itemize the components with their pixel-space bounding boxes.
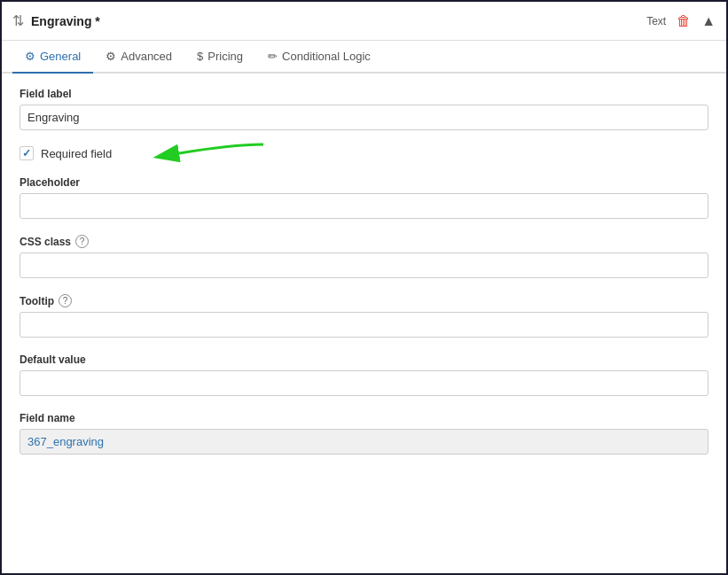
tab-conditional-logic[interactable]: ✏ Conditional Logic	[255, 41, 383, 74]
tab-conditional-label: Conditional Logic	[282, 50, 371, 63]
conditional-tab-icon: ✏	[268, 50, 278, 63]
field-label-group: Field label	[20, 88, 708, 130]
header-right: Text 🗑 ▲	[646, 13, 716, 29]
css-class-input[interactable]	[20, 253, 708, 278]
placeholder-label: Placeholder	[20, 176, 708, 189]
tooltip-label: Tooltip	[20, 295, 54, 307]
css-class-group: CSS class ?	[20, 235, 708, 278]
field-label-label: Field label	[20, 88, 708, 100]
tabs-bar: ⚙ General ⚙ Advanced $ Pricing ✏ Conditi…	[2, 41, 726, 74]
tab-pricing[interactable]: $ Pricing	[184, 41, 255, 74]
checkmark-icon: ✓	[22, 147, 31, 159]
field-type-label: Text	[646, 15, 666, 27]
app-container: ⇅ Engraving * Text 🗑 ▲ ⚙ General ⚙ Advan…	[0, 0, 728, 575]
field-label-input[interactable]	[20, 105, 708, 130]
css-class-label: CSS class	[20, 236, 71, 248]
tab-advanced-label: Advanced	[121, 50, 172, 63]
required-field-row: ✓ Required field	[20, 146, 708, 160]
tab-general-label: General	[40, 50, 81, 63]
field-title: Engraving *	[31, 14, 100, 28]
advanced-tab-icon: ⚙	[106, 50, 116, 63]
field-name-label: Field name	[20, 412, 708, 424]
tab-general[interactable]: ⚙ General	[12, 41, 93, 74]
placeholder-group: Placeholder	[20, 176, 708, 219]
header-bar: ⇅ Engraving * Text 🗑 ▲	[2, 2, 726, 41]
collapse-icon[interactable]: ▲	[701, 13, 716, 29]
tab-pricing-label: Pricing	[207, 50, 243, 63]
green-arrow-annotation	[90, 137, 268, 169]
tooltip-input[interactable]	[20, 312, 708, 338]
css-class-help-icon[interactable]: ?	[75, 235, 89, 248]
pricing-tab-icon: $	[197, 50, 203, 63]
css-class-label-row: CSS class ?	[20, 235, 708, 248]
sort-icon[interactable]: ⇅	[12, 12, 24, 29]
placeholder-input[interactable]	[20, 193, 708, 219]
tooltip-help-icon[interactable]: ?	[59, 294, 72, 307]
field-name-group: Field name	[20, 412, 708, 455]
header-left: ⇅ Engraving *	[12, 12, 100, 29]
content-area: Field label ✓ Required field Placeholder	[2, 74, 726, 573]
default-value-group: Default value	[20, 354, 708, 396]
tooltip-group: Tooltip ?	[20, 294, 708, 338]
default-value-label: Default value	[20, 354, 708, 366]
general-tab-icon: ⚙	[25, 50, 35, 63]
field-name-input[interactable]	[20, 429, 708, 455]
delete-icon[interactable]: 🗑	[677, 13, 691, 29]
required-field-checkbox[interactable]: ✓	[20, 146, 34, 160]
default-value-input[interactable]	[20, 370, 708, 396]
tab-advanced[interactable]: ⚙ Advanced	[93, 41, 184, 74]
tooltip-label-row: Tooltip ?	[20, 294, 708, 307]
